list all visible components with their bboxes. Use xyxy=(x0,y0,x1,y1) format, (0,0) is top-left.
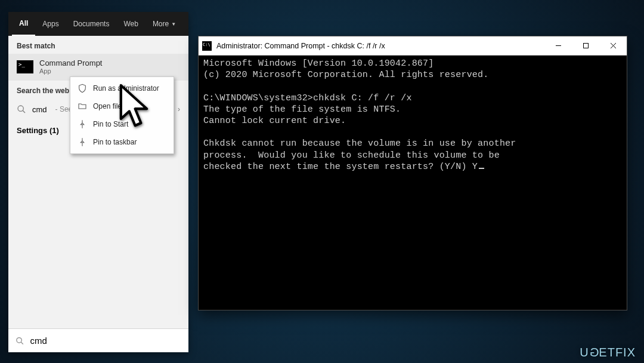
ctx-pin-taskbar[interactable]: Pin to taskbar xyxy=(70,133,174,151)
text-cursor xyxy=(479,168,484,169)
ctx-pin-start[interactable]: Pin to Start xyxy=(70,115,174,133)
tab-more[interactable]: More▼ xyxy=(145,12,183,36)
ctx-run-as-admin[interactable]: Run as administrator xyxy=(70,79,174,97)
folder-icon xyxy=(78,101,87,111)
search-icon xyxy=(16,336,24,346)
close-button[interactable] xyxy=(599,36,627,56)
command-prompt-icon xyxy=(17,60,33,73)
search-box xyxy=(8,328,188,352)
web-query: cmd xyxy=(32,105,47,114)
tab-apps[interactable]: Apps xyxy=(35,12,66,36)
svg-line-3 xyxy=(21,342,23,344)
titlebar[interactable]: Administrator: Command Prompt - chkdsk C… xyxy=(199,36,627,56)
svg-point-0 xyxy=(18,106,23,111)
best-match-subtitle: App xyxy=(39,67,102,75)
search-tabs: All Apps Documents Web More▼ xyxy=(8,12,188,36)
search-icon xyxy=(17,104,26,114)
context-menu: Run as administrator Open file l Pin to … xyxy=(70,76,174,154)
chevron-right-icon: › xyxy=(178,105,180,113)
chevron-down-icon: ▼ xyxy=(171,21,176,27)
svg-line-1 xyxy=(23,110,25,113)
best-match-label: Best match xyxy=(8,36,188,54)
watermark: UGETFIX xyxy=(580,346,636,359)
shield-icon xyxy=(78,84,87,93)
console-output[interactable]: Microsoft Windows [Version 10.0.19042.86… xyxy=(199,56,627,310)
start-search-panel: All Apps Documents Web More▼ Best match … xyxy=(8,12,188,352)
tab-documents[interactable]: Documents xyxy=(66,12,117,36)
ctx-open-file-location[interactable]: Open file l xyxy=(70,97,174,115)
window-controls xyxy=(544,36,627,56)
maximize-button[interactable] xyxy=(572,36,599,56)
tab-all[interactable]: All xyxy=(12,12,35,36)
tab-web[interactable]: Web xyxy=(116,12,145,36)
pin-icon xyxy=(78,137,87,147)
svg-point-2 xyxy=(17,337,22,343)
command-prompt-window: Administrator: Command Prompt - chkdsk C… xyxy=(198,36,627,310)
search-input[interactable] xyxy=(30,336,181,346)
svg-rect-5 xyxy=(583,44,588,48)
window-title: Administrator: Command Prompt - chkdsk C… xyxy=(216,42,385,50)
best-match-title: Command Prompt xyxy=(39,59,102,67)
minimize-button[interactable] xyxy=(544,36,572,56)
cmd-titlebar-icon xyxy=(202,41,212,51)
pin-icon xyxy=(78,119,87,129)
